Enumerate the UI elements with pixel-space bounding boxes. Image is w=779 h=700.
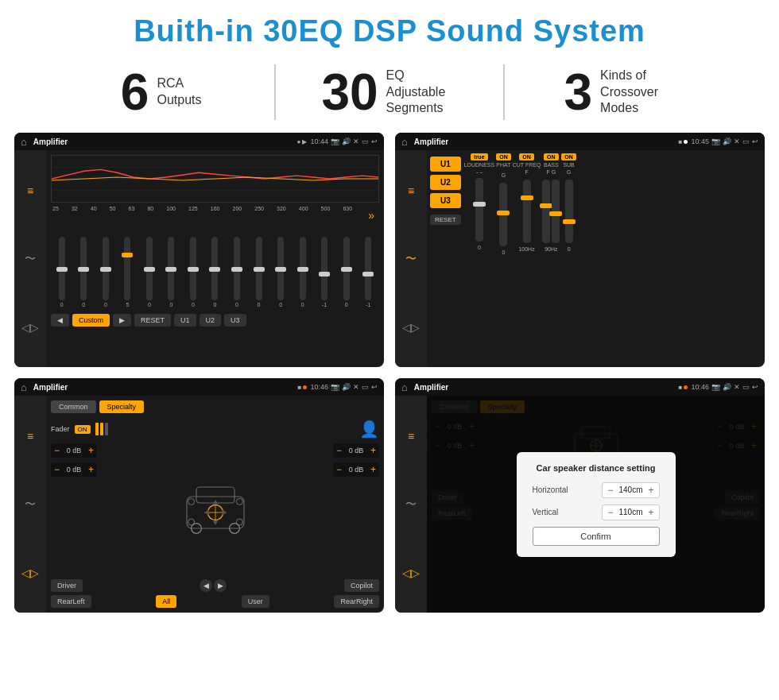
- screen3-title: Amplifier: [33, 383, 295, 392]
- wave2-icon[interactable]: 〜: [405, 252, 417, 266]
- reset-btn[interactable]: RESET: [134, 314, 171, 327]
- fader-on-badge[interactable]: ON: [75, 425, 91, 434]
- right-arrow[interactable]: ▶: [214, 579, 227, 592]
- u1-side-btn[interactable]: U1: [430, 157, 461, 172]
- bottom-row-3b: RearLeft All User RearRight: [51, 595, 379, 608]
- horizontal-label: Horizontal: [533, 485, 568, 494]
- play-btn[interactable]: ▶: [113, 314, 131, 327]
- left-arrow[interactable]: ◀: [200, 579, 212, 592]
- db-minus-1[interactable]: −: [54, 464, 60, 475]
- stat-eq-number: 30: [321, 67, 378, 118]
- specialty-tab[interactable]: Specialty: [99, 400, 145, 413]
- reset2-btn[interactable]: RESET: [430, 215, 461, 225]
- stat-rca: 6 RCAOutputs: [48, 67, 274, 118]
- vertical-plus[interactable]: +: [648, 507, 653, 518]
- dialog-overlay: Car speaker distance setting Horizontal …: [427, 396, 765, 613]
- rearright-btn[interactable]: RearRight: [334, 595, 379, 608]
- db-control-0: − 0 dB +: [51, 443, 97, 458]
- db-plus-0[interactable]: +: [88, 445, 94, 456]
- car-svg: [176, 478, 255, 541]
- speaker-icon[interactable]: ◁▷: [21, 321, 39, 334]
- cutfreq-label: CUT FREQ: [513, 162, 541, 168]
- phat-on[interactable]: ON: [496, 153, 511, 160]
- screen4-main: Common Specialty −0 dB+ −0 dB+: [427, 396, 765, 613]
- bottom-controls: ◀ Custom ▶ RESET U1 U2 U3: [51, 311, 379, 330]
- u3-side-btn[interactable]: U3: [430, 193, 461, 208]
- rearleft-btn[interactable]: RearLeft: [51, 595, 91, 608]
- db-minus-0[interactable]: −: [54, 445, 60, 456]
- home3-icon[interactable]: ⌂: [21, 381, 27, 393]
- bass-on[interactable]: ON: [544, 153, 559, 160]
- channel-bass: ON BASS F G: [542, 153, 560, 364]
- fader-row: Fader ON 👤: [51, 420, 379, 439]
- eq3-icon[interactable]: ≡: [27, 430, 33, 443]
- home4-icon[interactable]: ⌂: [401, 381, 408, 393]
- db-value-3: 0 dB: [345, 466, 367, 474]
- wave4-icon[interactable]: 〜: [405, 497, 417, 512]
- loudness-label: LOUDNESS: [464, 162, 495, 168]
- all-btn[interactable]: All: [156, 595, 176, 608]
- screen2-sidebar: ≡ 〜 ◁▷: [395, 150, 427, 367]
- eq4-icon[interactable]: ≡: [408, 430, 414, 443]
- screen3-statusbar: ⌂ Amplifier ■ 10:46 📷🔊✕▭↩: [14, 378, 384, 396]
- screen1-statusbar: ⌂ Amplifier ● ▶ 10:44 📷🔊✕▭↩: [14, 133, 384, 150]
- driver-btn[interactable]: Driver: [51, 579, 83, 592]
- slider-6: 0: [190, 237, 196, 307]
- sub-on[interactable]: ON: [561, 153, 576, 160]
- screen3-dots: ■: [297, 384, 307, 391]
- screen4-dots: ■: [678, 384, 688, 391]
- screen3-status-icons: 10:46 📷🔊✕▭↩: [310, 383, 378, 391]
- slider-13: 0: [343, 237, 350, 307]
- loudness-on[interactable]: true: [471, 153, 487, 160]
- prev-btn[interactable]: ◀: [51, 314, 69, 327]
- svg-marker-13: [222, 509, 227, 514]
- screen4-title: Amplifier: [414, 383, 676, 392]
- channel-phat: ON PHAT G 0: [496, 153, 511, 364]
- stat-crossover: 3 Kinds ofCrossover Modes: [505, 67, 731, 118]
- horizontal-minus[interactable]: −: [607, 485, 613, 496]
- vertical-minus[interactable]: −: [607, 507, 613, 518]
- horizontal-plus[interactable]: +: [648, 485, 653, 496]
- horizontal-row: Horizontal − 140cm +: [533, 482, 660, 498]
- db-plus-3[interactable]: +: [370, 464, 376, 475]
- slider-7: 0: [211, 237, 218, 307]
- eq2-icon[interactable]: ≡: [408, 184, 414, 197]
- wave3-icon[interactable]: 〜: [25, 497, 36, 512]
- cutfreq-on[interactable]: ON: [519, 153, 534, 160]
- speaker-controls: − 0 dB + − 0 dB +: [51, 443, 379, 574]
- page-title: Buith-in 30EQ DSP Sound System: [0, 0, 779, 56]
- custom-btn[interactable]: Custom: [72, 314, 110, 327]
- speaker3-icon[interactable]: ◁▷: [21, 567, 39, 579]
- db-plus-1[interactable]: +: [88, 464, 94, 475]
- horizontal-control: − 140cm +: [602, 482, 659, 498]
- u2-btn[interactable]: U2: [200, 314, 222, 327]
- slider-10: 0: [277, 237, 284, 307]
- home2-icon[interactable]: ⌂: [401, 136, 408, 148]
- db-plus-2[interactable]: +: [370, 445, 376, 456]
- copilot-btn[interactable]: Copilot: [344, 579, 379, 592]
- u3-btn[interactable]: U3: [224, 314, 246, 327]
- slider-2: 0: [103, 237, 109, 307]
- person-icon[interactable]: 👤: [359, 420, 379, 439]
- channel-sub: ON SUB G 0: [561, 153, 576, 364]
- speaker2-icon[interactable]: ◁▷: [402, 321, 420, 334]
- confirm-button[interactable]: Confirm: [533, 527, 660, 546]
- u1-btn[interactable]: U1: [174, 314, 196, 327]
- right-db-col: − 0 dB + − 0 dB +: [333, 443, 379, 574]
- channel-cutfreq: ON CUT FREQ F 100Hz: [513, 153, 541, 364]
- db-minus-2[interactable]: −: [336, 445, 342, 456]
- wave-icon[interactable]: 〜: [25, 252, 36, 266]
- home-icon[interactable]: ⌂: [21, 136, 27, 148]
- user-btn[interactable]: User: [242, 595, 269, 608]
- svg-point-17: [236, 519, 242, 525]
- fader-sliders: [95, 423, 108, 435]
- speaker4-icon[interactable]: ◁▷: [402, 567, 420, 579]
- common-tab[interactable]: Common: [51, 400, 96, 413]
- db-minus-3[interactable]: −: [336, 464, 342, 475]
- page-container: Buith-in 30EQ DSP Sound System 6 RCAOutp…: [0, 0, 779, 624]
- screen3-sidebar: ≡ 〜 ◁▷: [14, 396, 46, 613]
- eq-icon[interactable]: ≡: [27, 184, 33, 197]
- u2-side-btn[interactable]: U2: [430, 175, 461, 190]
- slider-0: 0: [59, 237, 65, 307]
- db-value-2: 0 dB: [345, 447, 367, 454]
